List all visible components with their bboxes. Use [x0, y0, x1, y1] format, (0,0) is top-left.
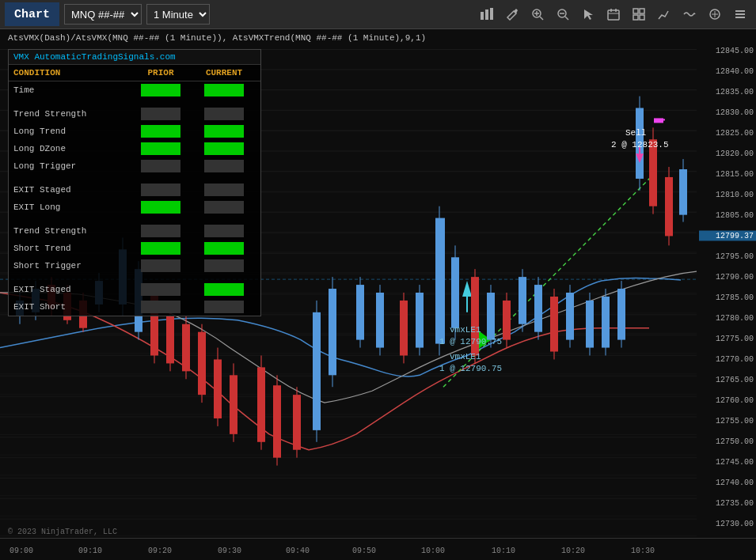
svg-rect-110 [503, 301, 511, 340]
price-12770: 12770.00 [716, 355, 754, 364]
price-12840: 12840.00 [716, 67, 754, 76]
svg-rect-96 [376, 293, 384, 348]
svg-rect-1 [485, 9, 488, 20]
row-trend-strength-long: Trend Strength [9, 105, 260, 123]
svg-rect-81 [257, 367, 265, 441]
price-12830: 12830.00 [716, 108, 754, 117]
svg-rect-83 [273, 385, 281, 457]
svg-rect-102 [435, 218, 445, 344]
chart-area[interactable]: AtsVMX(Dash)/AtsVMX(MNQ ##-## (1 Minute)… [0, 29, 756, 560]
row-exit-long: EXIT Long [9, 199, 260, 216]
svg-rect-114 [534, 285, 542, 332]
price-12755: 12755.00 [716, 417, 754, 426]
svg-rect-75 [198, 332, 206, 395]
instrument-select[interactable]: MNQ ##-## [64, 4, 142, 25]
vmx-title: VMX AutomaticTradingSignals.com [9, 50, 260, 65]
svg-rect-118 [566, 293, 574, 340]
svg-rect-79 [230, 375, 237, 434]
svg-rect-17 [640, 15, 644, 20]
svg-rect-122 [602, 297, 610, 348]
time-axis: 09:00 09:10 09:20 09:30 09:40 09:50 10:0… [0, 538, 756, 560]
time-1010: 10:10 [492, 547, 515, 555]
svg-line-8 [565, 17, 568, 20]
price-12845: 12845.00 [716, 47, 754, 55]
price-12785: 12785.00 [716, 293, 754, 302]
price-12805: 12805.00 [716, 211, 754, 220]
price-12775: 12775.00 [716, 335, 754, 343]
timeframe-select[interactable]: 1 Minute [146, 4, 210, 25]
svg-text:1 @ 12790.75: 1 @ 12790.75 [439, 364, 502, 373]
copyright-text: © 2023 NinjaTrader, LLC [8, 528, 117, 536]
time-1020: 10:20 [561, 547, 585, 555]
time-0950: 09:50 [352, 547, 376, 555]
svg-text:Sell: Sell [625, 128, 646, 138]
svg-rect-104 [451, 257, 459, 327]
chart-subtitle: AtsVMX(Dash)/AtsVMX(MNQ ##-## (1 Minute)… [8, 33, 426, 43]
price-12760: 12760.00 [716, 396, 754, 405]
svg-rect-77 [214, 359, 222, 418]
price-12810: 12810.00 [716, 191, 754, 199]
svg-rect-16 [633, 15, 638, 20]
svg-text:vmxLE1: vmxLE1 [450, 352, 481, 361]
row-short-trend: Short Trend [9, 240, 260, 257]
price-12735: 12735.00 [716, 499, 754, 508]
svg-rect-15 [640, 9, 644, 13]
svg-rect-2 [490, 8, 493, 20]
cursor-icon[interactable] [577, 3, 599, 25]
layout-icon[interactable] [628, 3, 650, 25]
row-trend-strength-short: Trend Strength [9, 222, 260, 240]
row-exit-staged-long: EXIT Staged [9, 181, 260, 199]
price-12815: 12815.00 [716, 170, 754, 179]
wave-icon[interactable] [678, 3, 701, 25]
price-12825: 12825.00 [716, 129, 754, 138]
price-12835: 12835.00 [716, 88, 754, 96]
chart-title-button[interactable]: Chart [5, 2, 59, 26]
svg-rect-108 [487, 293, 495, 340]
svg-rect-89 [329, 289, 336, 375]
svg-rect-71 [166, 316, 174, 364]
pencil-icon[interactable] [501, 3, 523, 25]
svg-rect-14 [633, 9, 638, 13]
indicator-icon[interactable] [704, 3, 726, 25]
vmx-panel: VMX AutomaticTradingSignals.com CONDITIO… [8, 49, 261, 316]
time-0910: 09:10 [78, 547, 102, 555]
price-12820: 12820.00 [716, 149, 754, 158]
line-chart-icon[interactable] [653, 3, 675, 25]
row-time: Time [9, 81, 260, 99]
bar-chart-icon[interactable] [476, 3, 498, 25]
svg-rect-116 [550, 297, 558, 352]
price-12765: 12765.00 [716, 376, 754, 384]
price-12780: 12780.00 [716, 314, 754, 323]
time-1000: 10:00 [421, 547, 445, 555]
calendar-icon[interactable] [602, 3, 625, 25]
zoom-in-icon[interactable] [526, 3, 549, 25]
svg-rect-120 [586, 301, 594, 348]
current-header: CURRENT [192, 68, 256, 78]
svg-rect-73 [182, 324, 190, 372]
svg-rect-85 [293, 395, 301, 450]
zoom-out-icon[interactable] [552, 3, 574, 25]
prior-header: PRIOR [129, 68, 192, 78]
row-long-dzone: Long DZone [9, 140, 260, 157]
price-axis: #price-axis { position: absolute; right:… [697, 49, 756, 541]
time-0940: 09:40 [286, 547, 310, 555]
row-long-trend: Long Trend [9, 123, 260, 140]
svg-rect-134 [679, 169, 687, 215]
row-exit-staged-short: EXIT Staged [9, 281, 260, 298]
svg-text:vmxLE1: vmxLE1 [450, 325, 481, 335]
price-12730: 12730.00 [716, 520, 754, 528]
condition-header: CONDITION [13, 68, 129, 78]
svg-rect-87 [313, 312, 321, 430]
price-12795: 12795.00 [716, 252, 754, 261]
svg-rect-98 [400, 301, 408, 356]
toolbar [476, 3, 751, 25]
svg-rect-10 [608, 10, 619, 20]
time-1030: 10:30 [631, 547, 655, 555]
time-0900: 09:00 [9, 547, 33, 555]
menu-icon[interactable] [729, 3, 751, 25]
current-price: 12799.37 [699, 231, 756, 241]
svg-rect-132 [665, 177, 673, 236]
svg-rect-100 [416, 293, 424, 348]
row-long-trigger: Long Trigger [9, 157, 260, 175]
price-12740: 12740.00 [716, 479, 754, 487]
